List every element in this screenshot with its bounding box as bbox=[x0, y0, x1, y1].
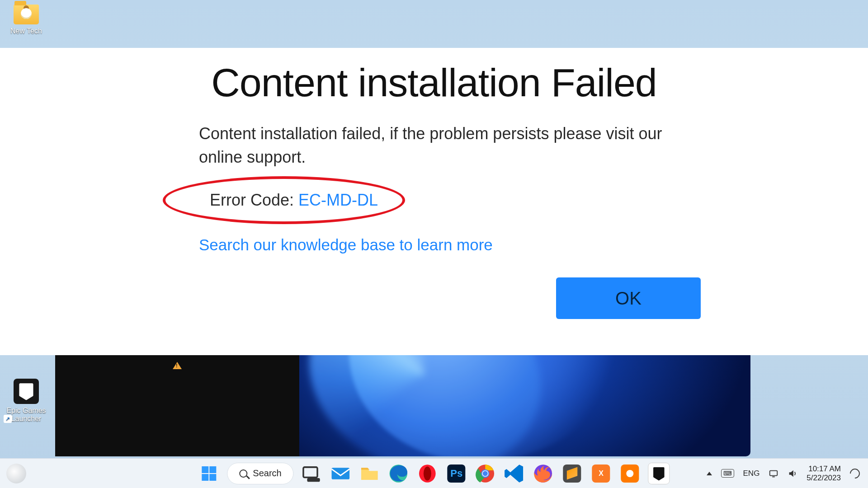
vscode-icon bbox=[504, 463, 525, 484]
network-icon[interactable] bbox=[769, 469, 778, 479]
warning-icon bbox=[173, 362, 182, 369]
taskbar-date: 5/22/2023 bbox=[807, 474, 841, 483]
svg-point-15 bbox=[483, 471, 488, 476]
ok-button[interactable]: OK bbox=[556, 277, 701, 319]
taskbar-app-edge[interactable] bbox=[388, 463, 410, 484]
svg-rect-8 bbox=[332, 468, 350, 479]
svg-rect-6 bbox=[303, 467, 317, 477]
accessibility-icon[interactable] bbox=[848, 466, 862, 480]
error-code-label: Error Code: bbox=[210, 191, 298, 209]
epic-games-icon: ↗ bbox=[14, 379, 39, 404]
epic-games-icon bbox=[653, 466, 665, 481]
svg-rect-4 bbox=[202, 474, 208, 481]
system-tray: ⌨ ENG 10:17 AM 5/22/2023 bbox=[707, 465, 860, 482]
search-icon bbox=[239, 469, 247, 478]
windows-logo-icon bbox=[201, 466, 217, 481]
taskbar-app-firefox[interactable] bbox=[533, 463, 554, 484]
taskbar-app-explorer[interactable] bbox=[359, 463, 381, 484]
tray-overflow-button[interactable] bbox=[707, 472, 712, 475]
desktop-icon-new-tech[interactable]: New Tech bbox=[4, 5, 49, 35]
opera-icon bbox=[417, 463, 439, 484]
taskbar-clock[interactable]: 10:17 AM 5/22/2023 bbox=[807, 465, 841, 482]
taskbar-weather-widget[interactable] bbox=[6, 464, 26, 483]
task-view-button[interactable] bbox=[301, 463, 323, 484]
taskbar-search-label: Search bbox=[253, 468, 281, 479]
error-dialog: Content installation Failed Content inst… bbox=[0, 48, 868, 355]
language-indicator[interactable]: ENG bbox=[743, 469, 760, 478]
taskbar-app-opera[interactable] bbox=[417, 463, 439, 484]
taskbar-app-sublime[interactable] bbox=[561, 463, 583, 484]
file-explorer-icon bbox=[359, 463, 381, 484]
taskbar-app-chrome[interactable] bbox=[475, 463, 496, 484]
mail-icon bbox=[330, 463, 352, 484]
desktop-background: New Tech EpicInstalle… ↗ Epic Games Laun… bbox=[0, 0, 868, 488]
svg-rect-7 bbox=[307, 478, 320, 481]
taskbar-time: 10:17 AM bbox=[807, 465, 841, 474]
taskbar-app-mail[interactable] bbox=[330, 463, 352, 484]
edge-icon bbox=[388, 463, 410, 484]
taskbar-app-epic-games[interactable] bbox=[648, 463, 670, 484]
error-code-line: Error Code: EC-MD-DL bbox=[199, 189, 389, 211]
folder-icon bbox=[14, 5, 39, 24]
desktop-icon-epic-launcher[interactable]: ↗ Epic Games Launcher bbox=[4, 379, 49, 423]
xampp-icon: X bbox=[592, 465, 610, 483]
taskbar-app-recorder[interactable] bbox=[619, 463, 641, 484]
shortcut-overlay-icon: ↗ bbox=[4, 415, 12, 423]
dialog-title: Content installation Failed bbox=[199, 60, 669, 106]
svg-rect-5 bbox=[209, 474, 216, 481]
error-code-value[interactable]: EC-MD-DL bbox=[298, 191, 378, 209]
taskbar-search[interactable]: Search bbox=[227, 463, 293, 484]
taskbar-app-vscode[interactable] bbox=[504, 463, 525, 484]
sublime-icon bbox=[563, 465, 581, 483]
recorder-icon bbox=[621, 465, 639, 483]
volume-icon[interactable] bbox=[788, 469, 797, 479]
taskbar-app-photoshop[interactable]: Ps bbox=[446, 463, 467, 484]
chrome-icon bbox=[475, 463, 496, 484]
svg-rect-3 bbox=[209, 466, 216, 473]
start-button[interactable] bbox=[198, 463, 220, 484]
desktop-icon-label: New Tech bbox=[4, 27, 49, 35]
taskbar-center: Search Ps bbox=[198, 463, 670, 484]
taskbar: Search Ps bbox=[0, 458, 868, 488]
svg-point-11 bbox=[424, 466, 431, 480]
knowledge-base-link[interactable]: Search our knowledge base to learn more bbox=[199, 236, 669, 254]
photoshop-icon: Ps bbox=[448, 465, 466, 483]
svg-rect-2 bbox=[202, 466, 208, 473]
svg-rect-17 bbox=[770, 470, 778, 475]
task-view-icon bbox=[301, 463, 323, 484]
dialog-body-text: Content installation failed, if the prob… bbox=[199, 122, 669, 169]
taskbar-app-xampp[interactable]: X bbox=[590, 463, 612, 484]
firefox-icon bbox=[533, 463, 554, 484]
keyboard-indicator-icon[interactable]: ⌨ bbox=[721, 469, 734, 478]
